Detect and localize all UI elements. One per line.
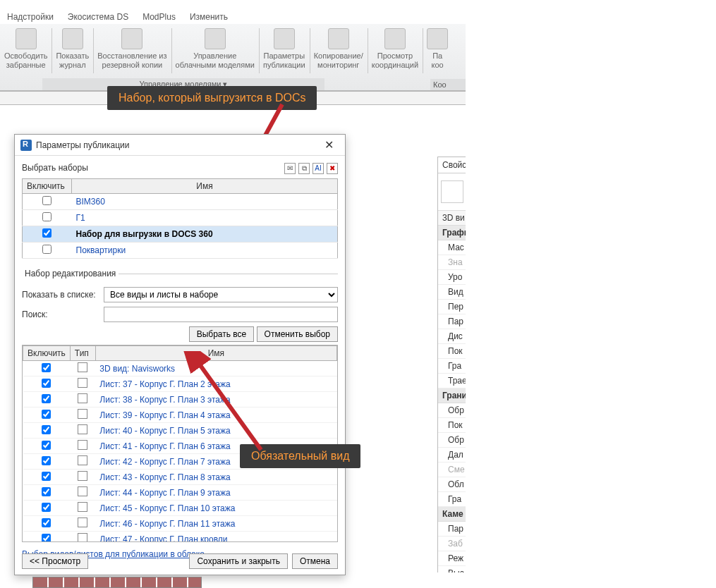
property-row[interactable]: Пар	[438, 522, 466, 537]
property-row[interactable]: Трае	[438, 374, 466, 388]
publish-icon	[274, 28, 295, 49]
property-row[interactable]: Пер	[438, 300, 466, 314]
property-row[interactable]: Гра	[438, 492, 466, 507]
property-row[interactable]: Реж	[438, 551, 466, 566]
save-close-button[interactable]: Сохранить и закрыть	[189, 553, 287, 569]
log-icon	[62, 28, 83, 49]
annotation-right: Обязательный вид	[240, 444, 360, 468]
property-row[interactable]: Сме	[438, 463, 466, 477]
new-set-icon[interactable]: ✉	[284, 163, 296, 174]
property-row[interactable]: Мас	[438, 240, 466, 255]
view-checkbox[interactable]	[42, 379, 51, 388]
property-category[interactable]: Грани	[438, 388, 466, 403]
view-row[interactable]: Лист: 45 - Корпус Г. План 10 этажа	[23, 501, 337, 516]
copy-set-icon[interactable]: ⧉	[298, 163, 310, 174]
sheet-icon	[78, 533, 87, 542]
sheet-icon	[78, 502, 87, 512]
ribbon-tab[interactable]: Изменить	[183, 10, 235, 24]
ribbon-panel: Освободить забранные Показать журнал Вос…	[0, 24, 466, 91]
preview-button[interactable]: << Просмотр	[22, 553, 88, 569]
view-checkbox[interactable]	[42, 518, 51, 527]
property-row[interactable]: Зна	[438, 255, 466, 270]
properties-view-name[interactable]: 3D ви	[438, 210, 466, 226]
select-all-button[interactable]: Выбрать все	[189, 326, 255, 342]
dialog-title: Параметры публикации	[36, 140, 318, 150]
set-name: Поквартирки	[72, 243, 338, 259]
view-checkbox[interactable]	[42, 394, 51, 403]
view-row[interactable]: Лист: 39 - Корпус Г. План 4 этажа	[23, 408, 337, 423]
search-input[interactable]	[104, 307, 338, 322]
view-checkbox[interactable]	[42, 456, 51, 465]
view-row[interactable]: 3D вид: Navisworks	[23, 361, 337, 376]
views-wrap[interactable]: Включить Тип Имя 3D вид: NavisworksЛист:…	[22, 345, 338, 542]
property-row[interactable]: Заб	[438, 537, 466, 551]
ribbon-group-name-right: Коо	[430, 79, 466, 90]
property-row[interactable]: Выс	[438, 566, 466, 572]
property-row[interactable]: Обр	[438, 403, 466, 418]
set-row[interactable]: Г1	[23, 210, 338, 226]
view-checkbox[interactable]	[42, 410, 51, 419]
property-row[interactable]: Обл	[438, 477, 466, 492]
properties-panel: Свойс 3D ви ГрафиМасЗнаУроВидПерПарДисПо…	[437, 157, 466, 572]
sets-table: ВключитьИмя BIM360Г1Набор для выгрузки в…	[22, 178, 338, 259]
show-in-list-select[interactable]: Все виды и листы в наборе	[104, 287, 338, 302]
sheet-icon	[78, 393, 87, 403]
view-row[interactable]: Лист: 47 - Корпус Г. План кровли	[23, 532, 337, 543]
property-row[interactable]: Гра	[438, 359, 466, 374]
ribbon-tab[interactable]: Надстройки	[0, 10, 61, 24]
view-row[interactable]: Лист: 37 - Корпус Г. План 2 этажа	[23, 376, 337, 392]
property-row[interactable]: Уро	[438, 270, 466, 285]
set-row[interactable]: Поквартирки	[23, 243, 338, 259]
view-checkbox[interactable]	[42, 534, 51, 543]
close-button[interactable]: ✕	[318, 138, 339, 152]
view-row[interactable]: Лист: 44 - Корпус Г. План 9 этажа	[23, 485, 337, 501]
property-category[interactable]: Графи	[438, 226, 466, 240]
view-row[interactable]: Лист: 38 - Корпус Г. План 3 этажа	[23, 392, 337, 408]
view-checkbox[interactable]	[42, 441, 51, 450]
view-checkbox[interactable]	[42, 425, 51, 434]
sets-toolbar: ✉ ⧉ AI ✖	[284, 163, 338, 174]
set-checkbox[interactable]	[42, 196, 51, 205]
coord-icon-2	[427, 28, 448, 49]
cloud-icon	[205, 28, 226, 49]
property-row[interactable]: Дал	[438, 448, 466, 463]
property-row[interactable]: Пок	[438, 344, 466, 359]
ribbon-tab[interactable]: ModPlus	[135, 10, 183, 24]
set-checkbox[interactable]	[42, 212, 51, 221]
sheet-icon	[78, 455, 87, 465]
view-name: Лист: 45 - Корпус Г. План 10 этажа	[95, 501, 336, 516]
search-label: Поиск:	[22, 310, 99, 319]
set-checkbox[interactable]	[42, 245, 51, 254]
view-name: Лист: 47 - Корпус Г. План кровли	[95, 532, 336, 543]
property-row[interactable]: Дис	[438, 329, 466, 344]
deselect-button[interactable]: Отменить выбор	[257, 326, 338, 342]
rename-set-icon[interactable]: AI	[313, 163, 324, 174]
view-checkbox[interactable]	[42, 363, 51, 372]
sheet-icon	[78, 378, 87, 388]
view-row[interactable]: Лист: 43 - Корпус Г. План 8 этажа	[23, 470, 337, 485]
publish-settings-dialog: Параметры публикации ✕ Выбрать наборы ✉ …	[14, 134, 346, 575]
set-row[interactable]: BIM360	[23, 194, 338, 210]
sheet-icon	[78, 440, 87, 450]
set-name: Набор для выгрузки в DOCS 360	[72, 226, 338, 243]
property-row[interactable]: Пар	[438, 314, 466, 329]
set-checkbox[interactable]	[42, 228, 51, 238]
view-name: Лист: 46 - Корпус Г. План 11 этажа	[95, 516, 336, 532]
property-row[interactable]: Обр	[438, 433, 466, 448]
edit-set-label: Набор редактирования	[22, 269, 119, 278]
set-name: BIM360	[72, 194, 338, 210]
view-row[interactable]: Лист: 46 - Корпус Г. План 11 этажа	[23, 516, 337, 532]
col-include: Включить	[23, 179, 72, 194]
cancel-button[interactable]: Отмена	[292, 553, 338, 569]
property-category[interactable]: Каме	[438, 507, 466, 522]
view-checkbox[interactable]	[42, 472, 51, 481]
property-row[interactable]: Вид	[438, 285, 466, 300]
view-row[interactable]: Лист: 40 - Корпус Г. План 5 этажа	[23, 423, 337, 439]
view-checkbox[interactable]	[42, 487, 51, 496]
view-checkbox[interactable]	[42, 503, 51, 512]
delete-set-icon[interactable]: ✖	[327, 163, 338, 174]
set-row[interactable]: Набор для выгрузки в DOCS 360	[23, 226, 338, 243]
property-row[interactable]: Пок	[438, 418, 466, 433]
ribbon-tab[interactable]: Экосистема DS	[61, 10, 135, 24]
ribbon-coord-review-button[interactable]: Просмотр координаций	[368, 24, 423, 90]
